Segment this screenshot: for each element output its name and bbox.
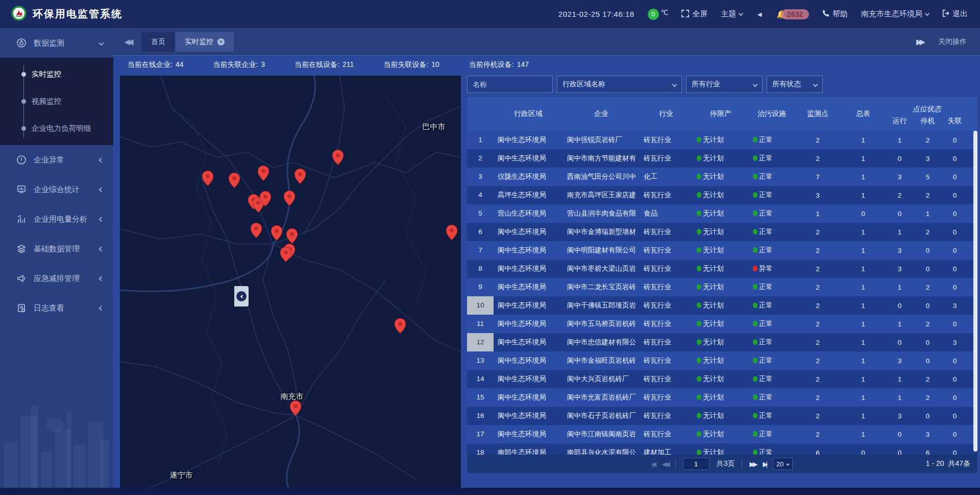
pagination-summary: 1 - 20 共47条 — [793, 459, 970, 468]
speaker-icon[interactable]: ◄ — [756, 10, 763, 18]
close-operations-button[interactable]: 关闭操作 — [938, 37, 967, 46]
table-row[interactable]: 9 阆中生态环境局 阆中市二龙长宝页岩砖 砖瓦行业 无计划 正常 2 1 1 2 — [467, 278, 977, 296]
chevron-down-icon — [925, 11, 930, 16]
table-row[interactable]: 13 阆中生态环境局 阆中市金福旺页岩机砖 砖瓦行业 无计划 正常 2 1 3 … — [467, 351, 977, 370]
cell-company: 阆中市金福旺页岩机砖 — [563, 356, 640, 365]
cell-stop: 2 — [914, 136, 942, 144]
sidebar-item-emergency-reduction[interactable]: 应急减排管理 — [0, 264, 113, 293]
map-marker-pin[interactable] — [395, 318, 406, 334]
table-row[interactable]: 3 仪陇生态环境局 西南油气田分公司川中 化工 无计划 正常 7 1 3 5 0 — [467, 168, 977, 186]
table-row[interactable]: 1 阆中生态环境局 阆中强锐页岩砖厂 砖瓦行业 无计划 正常 2 1 1 2 0 — [467, 131, 977, 149]
cell-stop-plan: 无计划 — [693, 338, 749, 347]
organization-dropdown[interactable]: 南充市生态环境局 — [861, 9, 929, 19]
sidebar-item-data-monitoring[interactable]: 数据监测 — [0, 28, 113, 58]
sidebar-item-enterprise-statistics[interactable]: 企业综合统计 — [0, 175, 113, 204]
region-filter-select[interactable]: 行政区域名称 — [557, 76, 682, 93]
first-page-button[interactable]: |◀ — [652, 460, 655, 468]
stat-item: 当前停机设备:147 — [469, 60, 529, 69]
cell-run: 2 — [886, 192, 914, 199]
cell-company: 阆中市南方节能建材有 — [563, 154, 640, 163]
fullscreen-icon — [681, 10, 689, 19]
table-scrollbar[interactable] — [973, 131, 977, 455]
tab-home[interactable]: 首页 — [142, 32, 175, 52]
name-input[interactable] — [473, 80, 547, 88]
table-row[interactable]: 6 阆中生态环境局 阆中市金博瑞新型墙材 砖瓦行业 无计划 正常 2 1 1 2 — [467, 223, 977, 241]
sidebar-item-video-monitoring[interactable]: 视频监控 — [0, 88, 113, 115]
table-row[interactable]: 4 高坪生态环境局 南充市高坪区王家店建 砖瓦行业 无计划 正常 3 1 2 2 — [467, 186, 977, 204]
prev-page-button[interactable]: ◀◀ — [662, 460, 668, 468]
table-body: 1 阆中生态环境局 阆中强锐页岩砖厂 砖瓦行业 无计划 正常 2 1 1 2 0 — [467, 131, 977, 455]
cell-total: 1 — [841, 247, 886, 254]
chevron-down-icon — [99, 40, 104, 45]
fullscreen-button[interactable]: 全屏 — [681, 9, 707, 19]
map-marker-pin[interactable] — [332, 150, 344, 165]
table-row[interactable]: 16 阆中生态环境局 阆中市石子页岩机砖厂 砖瓦行业 无计划 正常 2 1 3 … — [467, 407, 977, 425]
status-dot — [697, 155, 701, 161]
cell-lost: 0 — [942, 449, 968, 455]
next-page-button[interactable]: ▶▶ — [749, 460, 755, 468]
table-row[interactable]: 12 阆中生态环境局 阆中市忠信建材有限公 砖瓦行业 无计划 正常 2 1 0 … — [467, 333, 977, 351]
status-dot — [697, 174, 701, 179]
sidebar-item-power-analysis[interactable]: 企业用电量分析 — [0, 204, 113, 234]
cell-region: 阆中生态环境局 — [494, 430, 563, 439]
chevron-down-icon — [786, 462, 790, 465]
map-marker-pin[interactable] — [260, 191, 271, 206]
map-marker-pin[interactable] — [446, 225, 457, 240]
map-marker-pin[interactable] — [280, 247, 291, 262]
tabs-scroll-left-icon[interactable]: ◀◀ — [113, 37, 142, 46]
table-row[interactable]: 7 阆中生态环境局 阆中明阳建材有限公司 砖瓦行业 无计划 正常 2 1 3 0 — [467, 241, 977, 260]
chevron-left-icon — [236, 291, 247, 301]
col-header-monitor: 监测点 — [795, 109, 841, 119]
sidebar-item-basic-data[interactable]: 基础数据管理 — [0, 234, 113, 264]
map[interactable]: 巴中市 南充市 遂宁市 — [120, 76, 461, 488]
map-marker-pin[interactable] — [251, 223, 262, 238]
sidebar-item-power-load-detail[interactable]: 企业电力负荷明细 — [0, 115, 113, 142]
page-size-select[interactable]: 20 — [773, 458, 793, 470]
cell-company: 阆中市石子页岩机砖厂 — [563, 411, 640, 420]
sidebar-item-realtime-monitoring[interactable]: 实时监控 — [0, 61, 113, 88]
map-marker-pin[interactable] — [284, 191, 295, 206]
map-panel-collapse-button[interactable] — [234, 286, 249, 307]
status-dot — [753, 450, 757, 455]
notifications-button[interactable]: 🔔 2632 — [776, 9, 809, 19]
logout-icon — [942, 10, 949, 18]
table-row[interactable]: 15 阆中生态环境局 阆中市光富页岩机砖厂 砖瓦行业 无计划 正常 2 1 1 … — [467, 388, 977, 407]
app-title: 环保用电监管系统 — [33, 7, 122, 21]
status-dot — [697, 210, 701, 216]
row-index: 18 — [467, 443, 494, 455]
map-marker-pin[interactable] — [258, 166, 269, 181]
status-filter-select[interactable]: 所有状态 — [767, 76, 823, 93]
map-marker-pin[interactable] — [295, 169, 306, 184]
tab-realtime-monitoring[interactable]: 实时监控 ✕ — [176, 32, 234, 52]
chevron-left-icon — [99, 187, 104, 192]
table-row[interactable]: 5 营山生态环境局 营山县润丰肉食品有限 食品 无计划 正常 1 0 0 1 0 — [467, 204, 977, 223]
sidebar-item-enterprise-anomaly[interactable]: 企业异常 — [0, 145, 113, 175]
tabs-scroll-right-icon[interactable]: ▶▶ — [916, 37, 923, 46]
industry-filter-select[interactable]: 所有行业 — [686, 76, 763, 93]
table-row[interactable]: 10 阆中生态环境局 阆中千佛镇五郎垭页岩 砖瓦行业 无计划 正常 2 1 0 … — [467, 296, 977, 315]
theme-dropdown[interactable]: 主题 — [721, 9, 743, 19]
map-marker-pin[interactable] — [229, 173, 240, 188]
last-page-button[interactable]: ▶| — [763, 460, 765, 468]
cell-stop-plan: 无计划 — [693, 430, 749, 439]
cell-region: 阆中生态环境局 — [494, 411, 563, 420]
table-row[interactable]: 2 阆中生态环境局 阆中市南方节能建材有 砖瓦行业 无计划 正常 2 1 0 3 — [467, 149, 977, 168]
map-marker-pin[interactable] — [271, 225, 282, 241]
cell-region: 阆中生态环境局 — [494, 319, 563, 328]
close-icon[interactable]: ✕ — [217, 38, 225, 45]
cell-total: 1 — [841, 155, 886, 162]
page-number-input[interactable] — [683, 458, 709, 470]
name-filter-field[interactable] — [467, 76, 553, 93]
table-row[interactable]: 18 南部生态环境局 南部县兴化水泥有限公 建材加工 无计划 正常 6 0 0 … — [467, 443, 977, 455]
table-row[interactable]: 8 阆中生态环境局 阆中市枣碧大梁山页岩 砖瓦行业 无计划 异常 2 1 3 0 — [467, 260, 977, 278]
sidebar-item-log-view[interactable]: 日志查看 — [0, 293, 113, 323]
table-row[interactable]: 11 阆中生态环境局 阆中市五马桥页岩机砖 砖瓦行业 无计划 正常 2 1 1 … — [467, 315, 977, 333]
table-row[interactable]: 17 阆中生态环境局 阆中市江南镇阆南页岩 砖瓦行业 无计划 正常 2 1 0 … — [467, 425, 977, 443]
logout-button[interactable]: 退出 — [942, 9, 968, 19]
map-marker-pin[interactable] — [202, 171, 213, 186]
map-marker-pin[interactable] — [286, 228, 298, 244]
cell-facility: 异常 — [749, 264, 795, 273]
map-marker-pin[interactable] — [290, 400, 301, 416]
table-row[interactable]: 14 阆中生态环境局 阆中大兴页岩机砖厂 砖瓦行业 无计划 正常 2 1 1 2 — [467, 370, 977, 388]
help-button[interactable]: 帮助 — [822, 9, 848, 19]
